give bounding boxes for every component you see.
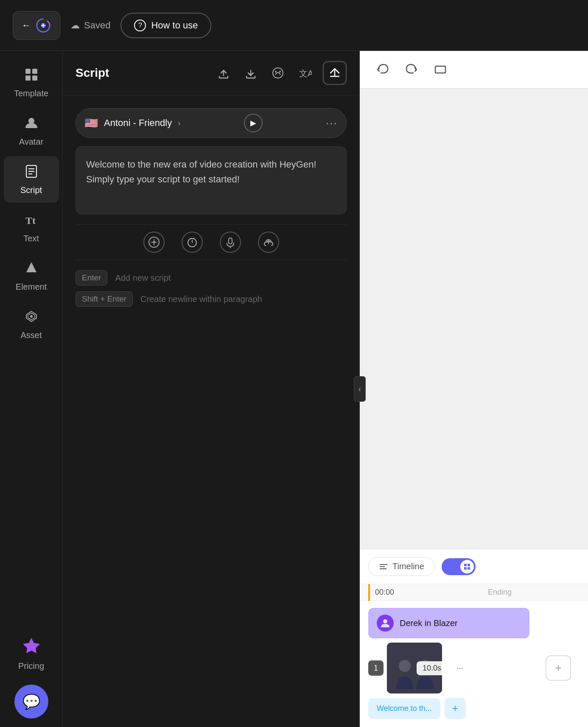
toggle-icon (460, 560, 474, 573)
undo-button[interactable] (372, 59, 393, 80)
hint-row-enter: Enter Add new script (76, 270, 347, 285)
clip-number: 1 (368, 660, 384, 676)
ai-icon[interactable] (269, 64, 287, 82)
sidebar-item-pricing[interactable]: Pricing (4, 629, 59, 679)
svg-rect-30 (468, 564, 470, 566)
keyboard-hints: Enter Add new script Shift + Enter Creat… (76, 270, 347, 307)
svg-text:Tt: Tt (25, 215, 36, 226)
avatar-track[interactable]: Derek in Blazer (368, 608, 529, 638)
microphone-icon[interactable] (220, 232, 241, 253)
question-icon: ? (134, 20, 146, 31)
timeline-tab[interactable]: Timeline (368, 557, 435, 576)
heygen-logo (35, 17, 51, 34)
timeline-ruler: 00:00 Ending (360, 584, 588, 601)
timeline-time-start: 00:00 (375, 588, 394, 597)
svg-rect-29 (464, 564, 467, 566)
element-icon (24, 260, 39, 278)
asset-icon (24, 309, 39, 326)
text-icon: Tt (24, 212, 39, 229)
download-icon[interactable] (241, 64, 260, 82)
svg-point-35 (399, 660, 411, 672)
caption-track: Welcome to th... + (368, 698, 580, 719)
svg-rect-3 (25, 75, 31, 81)
template-label: Template (14, 89, 48, 98)
sidebar-item-script[interactable]: Script (4, 156, 59, 203)
clip-more-button[interactable]: ··· (451, 659, 469, 677)
shift-enter-key: Shift + Enter (76, 291, 133, 307)
chat-bubble-button[interactable]: 💬 (14, 685, 48, 719)
add-script-icon[interactable] (143, 232, 165, 253)
pricing-label: Pricing (18, 661, 44, 671)
chat-icon: 💬 (22, 693, 40, 710)
translate-icon[interactable]: 文A (296, 64, 314, 82)
pricing-icon (23, 636, 40, 657)
chevron-right-icon: › (178, 119, 180, 128)
sidebar-item-asset[interactable]: Asset (4, 301, 59, 348)
sidebar-item-avatar[interactable]: Avatar (4, 108, 59, 154)
svg-rect-25 (435, 66, 445, 73)
script-header: Script 文A (63, 51, 359, 95)
voice-play-button[interactable]: ▶ (244, 114, 263, 132)
svg-rect-32 (468, 567, 470, 570)
script-text: Welcome to the new era of video creation… (86, 157, 336, 187)
collapse-toggle[interactable]: ‹ (354, 376, 366, 402)
top-bar: ← ☁ Saved ? How to use (0, 0, 588, 51)
clip-duration: 10.0s (417, 661, 447, 675)
clip-controls: 10.0s ··· (417, 659, 469, 677)
template-icon (24, 67, 39, 84)
text-label: Text (23, 234, 39, 243)
voice-flag: 🇺🇸 (84, 117, 98, 130)
voice-name: Antoni - Friendly (104, 117, 172, 129)
caption-chip[interactable]: Welcome to th... (368, 698, 440, 719)
asset-label: Asset (20, 330, 42, 340)
timer-icon[interactable] (182, 232, 203, 253)
avatar-label: Avatar (19, 137, 43, 147)
timeline-tracks: Derek in Blazer 1 (360, 601, 588, 726)
caption-add-button[interactable]: + (445, 698, 466, 719)
export-button[interactable] (323, 61, 347, 85)
saved-label: Saved (84, 20, 110, 31)
shift-enter-description: Create newline within paragraph (140, 294, 262, 304)
timeline-area: Timeline 00:00 Ending (360, 549, 588, 727)
main-layout: Template Avatar Script Tt Text Element (0, 51, 588, 727)
voice-more-button[interactable]: ··· (326, 117, 338, 130)
sidebar-item-element[interactable]: Element (4, 253, 59, 299)
script-label: Script (20, 185, 42, 195)
hint-row-shift-enter: Shift + Enter Create newline within para… (76, 291, 347, 307)
svg-marker-11 (26, 262, 36, 272)
avatar-track-name: Derek in Blazer (400, 618, 458, 628)
right-panel: ‹ Timeline (360, 51, 588, 727)
upload-icon[interactable] (214, 64, 233, 82)
script-actions (76, 224, 347, 260)
toggle-switch[interactable] (442, 558, 476, 575)
video-clip-row: 1 10.0s (368, 643, 580, 693)
preview-canvas (360, 89, 588, 549)
svg-point-33 (383, 619, 387, 624)
back-icon: ← (22, 20, 31, 31)
preview-toolbar (360, 51, 588, 89)
back-button[interactable]: ← (13, 11, 60, 40)
sidebar-item-text[interactable]: Tt Text (4, 204, 59, 251)
timeline-playhead (368, 584, 370, 601)
avatar-icon (24, 115, 39, 133)
element-label: Element (16, 282, 47, 292)
avatar-thumbnail (377, 615, 394, 632)
svg-marker-13 (23, 638, 40, 653)
script-content: 🇺🇸 Antoni - Friendly › ▶ ··· Welcome to … (63, 95, 359, 727)
timeline-add-button[interactable]: + (546, 655, 571, 681)
screen-view-button[interactable] (430, 59, 451, 80)
left-sidebar: Template Avatar Script Tt Text Element (0, 51, 63, 727)
timeline-header: Timeline (360, 549, 588, 584)
cloud-upload-icon[interactable] (258, 232, 279, 253)
enter-description: Add new script (115, 273, 171, 283)
sidebar-item-template[interactable]: Template (4, 59, 59, 106)
voice-selector[interactable]: 🇺🇸 Antoni - Friendly › ▶ ··· (76, 108, 347, 138)
script-text-box[interactable]: Welcome to the new era of video creation… (76, 146, 347, 214)
how-to-use-button[interactable]: ? How to use (120, 13, 211, 38)
svg-rect-23 (229, 238, 232, 244)
timeline-ending-label: Ending (488, 588, 512, 597)
cloud-icon: ☁ (70, 20, 80, 31)
redo-button[interactable] (401, 59, 422, 80)
svg-point-12 (30, 315, 33, 318)
script-panel-title: Script (76, 66, 206, 80)
